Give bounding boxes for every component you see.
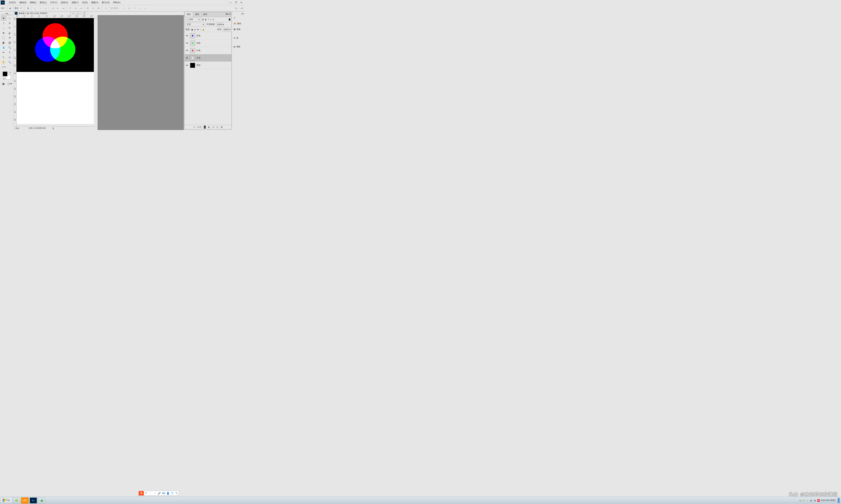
shape-tool[interactable]: ▭: [7, 55, 12, 59]
zoom-tool[interactable]: 🔍: [7, 60, 12, 64]
menu-type[interactable]: 文字(Y): [49, 0, 59, 5]
blend-mode-select[interactable]: 正常⏷: [186, 23, 206, 26]
align-hcenter-icon[interactable]: ⫦: [56, 6, 60, 10]
layer-filter-select[interactable]: 🔍 类型⏷: [186, 18, 201, 21]
layer-row[interactable]: 👁蓝色: [185, 32, 231, 39]
layer-name[interactable]: 白色: [196, 56, 201, 59]
fill-input[interactable]: 100%⏷: [223, 28, 230, 32]
layer-thumbnail[interactable]: [190, 48, 195, 53]
lasso-tool[interactable]: ⌇: [1, 21, 6, 25]
quick-select-tool[interactable]: ⊙: [7, 21, 12, 25]
visibility-icon[interactable]: 👁: [185, 34, 189, 37]
canvas[interactable]: [16, 18, 94, 124]
layer-row[interactable]: 👁白色: [185, 54, 231, 62]
workspace-switcher-icon[interactable]: ▭⏷: [240, 6, 244, 10]
3d-orbit-icon[interactable]: ⟳: [122, 6, 126, 10]
marquee-tool[interactable]: ⬚: [7, 16, 12, 20]
menu-window[interactable]: 窗口(W): [100, 0, 111, 5]
side-collapse-icon[interactable]: ◀◀: [232, 13, 245, 15]
layer-thumbnail[interactable]: [190, 33, 195, 38]
ruler-vertical[interactable]: 02468101214161820222426: [14, 18, 16, 126]
menu-3d[interactable]: 3D(D): [80, 0, 89, 4]
menu-image[interactable]: 图像(I): [28, 0, 38, 5]
layer-row[interactable]: 👁绿色: [185, 39, 231, 47]
swap-workspace-icon[interactable]: ⤭: [232, 15, 245, 20]
path-select-tool[interactable]: ↖: [1, 55, 6, 59]
distribute-vcenter-icon[interactable]: ⫫: [74, 6, 78, 10]
layer-name[interactable]: 红色: [196, 49, 201, 52]
3d-camera-icon[interactable]: ■: [143, 6, 147, 10]
layer-name[interactable]: 黑色: [196, 64, 201, 67]
edit-toolbar[interactable]: •••: [1, 65, 6, 69]
adjustment-layer-icon[interactable]: ◐: [208, 126, 210, 128]
visibility-icon[interactable]: 👁: [185, 57, 189, 59]
side-libraries[interactable]: ⊚库: [232, 35, 245, 40]
layer-thumbnail[interactable]: [190, 41, 195, 46]
hand-tool[interactable]: ✋: [1, 60, 6, 64]
screen-mode-icon[interactable]: ▢⏷: [7, 82, 13, 86]
distribute-left-icon[interactable]: ⊪: [86, 6, 90, 10]
toolbox-grip[interactable]: [1, 15, 13, 16]
doc-info[interactable]: 文档 :24.3M/59.5M: [23, 127, 46, 130]
lock-transparency-icon[interactable]: ▦: [191, 29, 193, 31]
layer-thumbnail[interactable]: [190, 63, 195, 68]
transform-controls-icon[interactable]: ⊞: [26, 6, 30, 10]
search-icon[interactable]: 🔍: [234, 6, 238, 10]
delete-layer-icon[interactable]: 🗑: [221, 126, 223, 128]
auto-select-target[interactable]: 图层⏷: [13, 6, 23, 11]
auto-align-icon[interactable]: ⫴: [104, 6, 108, 10]
lock-paint-icon[interactable]: 🖌: [194, 29, 196, 31]
opacity-input[interactable]: 100%⏷: [216, 23, 224, 26]
layer-name[interactable]: 绿色: [196, 42, 201, 44]
default-colors-icon[interactable]: ◱: [3, 78, 4, 79]
align-right-icon[interactable]: ⫥: [62, 6, 65, 10]
stamp-tool[interactable]: ⛶: [1, 36, 6, 40]
distribute-top-icon[interactable]: ⫪: [68, 6, 72, 10]
link-layers-icon[interactable]: ⚯: [193, 126, 195, 128]
layer-row[interactable]: 👁红色: [185, 47, 231, 54]
visibility-icon[interactable]: 👁: [185, 42, 189, 44]
filter-toggle[interactable]: [229, 18, 230, 21]
toolbox-collapse-icon[interactable]: ◀◀: [5, 13, 8, 14]
layer-name[interactable]: 蓝色: [196, 34, 201, 37]
group-icon[interactable]: 🗀: [212, 126, 214, 128]
side-color[interactable]: 🎨颜色: [232, 21, 245, 26]
doc-maximize[interactable]: □: [76, 12, 81, 15]
align-bottom-icon[interactable]: ⫨: [44, 6, 48, 10]
menu-file[interactable]: 文件(F): [7, 0, 18, 5]
layer-style-icon[interactable]: fx⏷: [198, 126, 202, 128]
doc-minimize[interactable]: —: [70, 12, 75, 15]
gradient-tool[interactable]: ▤: [7, 40, 12, 45]
doc-close[interactable]: ✕: [82, 12, 86, 15]
filter-type-icon[interactable]: T: [208, 18, 209, 21]
zoom-level[interactable]: 16%: [14, 127, 23, 129]
history-brush-tool[interactable]: ↺: [7, 36, 12, 40]
lock-all-icon[interactable]: 🔒: [202, 29, 205, 31]
ruler-horizontal[interactable]: 02468101214161820: [14, 15, 98, 18]
3d-slide-icon[interactable]: ⇲: [138, 6, 142, 10]
window-close[interactable]: ✕: [239, 1, 243, 4]
align-left-icon[interactable]: ⫣: [51, 6, 55, 10]
distribute-right-icon[interactable]: ⊫: [97, 6, 101, 10]
panel-collapse-icon[interactable]: ◀◀: [225, 13, 228, 15]
menu-view[interactable]: 视图(V): [89, 0, 100, 5]
filter-shape-icon[interactable]: ▱: [210, 18, 212, 21]
menu-edit[interactable]: 编辑(E): [18, 0, 28, 5]
menu-select[interactable]: 选择(S): [59, 0, 70, 5]
docinfo-arrow-icon[interactable]: ❯: [46, 127, 54, 129]
new-layer-icon[interactable]: ⎘: [217, 126, 218, 128]
distribute-bottom-icon[interactable]: ⫬: [79, 6, 83, 10]
document-tab[interactable]: Ps 未标题-1 @ 16% (白色, RGB/8) * — □ ✕: [14, 12, 88, 15]
healing-tool[interactable]: ⊕: [1, 31, 6, 35]
move-tool-icon[interactable]: ✥⏷: [1, 6, 5, 10]
type-tool[interactable]: T: [7, 50, 12, 55]
visibility-icon[interactable]: 👁: [185, 49, 189, 52]
swap-colors-icon[interactable]: ⤭: [10, 72, 11, 73]
lock-artboard-icon[interactable]: ⟂: [200, 29, 201, 31]
eyedropper-tool[interactable]: ✎: [7, 26, 12, 30]
window-minimize[interactable]: —: [228, 1, 233, 4]
window-maximize[interactable]: ❐: [234, 1, 238, 4]
dodge-tool[interactable]: 🔍: [7, 46, 12, 50]
tab-layers[interactable]: 图层: [185, 12, 193, 17]
align-vcenter-icon[interactable]: ⫟: [38, 6, 42, 10]
